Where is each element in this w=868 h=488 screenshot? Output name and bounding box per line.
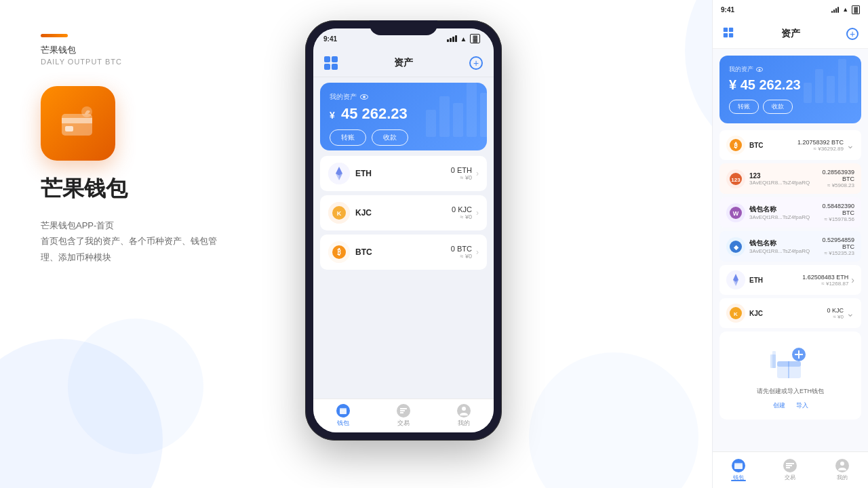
svg-rect-53: [772, 351, 776, 368]
phone-bottom-tabs: 钱包 交易: [313, 399, 494, 432]
right-tab-profile-label: 我的: [837, 474, 848, 481]
brand-line: [41, 34, 68, 37]
tab-profile-label: 我的: [458, 419, 470, 428]
right-kjc-expand-icon[interactable]: ⌄: [846, 308, 854, 319]
phone-status-time: 9:41: [323, 35, 337, 43]
tab-transactions[interactable]: 交易: [397, 404, 410, 428]
right-kjc-icon: K: [726, 304, 745, 323]
right-123-cny: ≈ ¥5908.23: [810, 182, 854, 188]
right-wallet2-left: ◆ 钱包名称 3AvEQt1R8...TsZ4fpaRQ: [726, 237, 810, 256]
right-kjc-left: K KJC: [726, 304, 763, 323]
coin-eth-right: 0 ETH ≈ ¥0 ›: [451, 166, 479, 181]
grid-icon[interactable]: [324, 56, 338, 70]
right-tab-wallet[interactable]: 钱包: [732, 459, 745, 481]
eth-coin-icon: [328, 163, 350, 184]
right-yen-sign: ¥: [729, 77, 736, 92]
svg-rect-15: [340, 409, 347, 414]
right-battery-icon: ▓: [852, 5, 860, 14]
eth-arrow-icon: ›: [476, 169, 479, 178]
tab-profile[interactable]: 我的: [457, 404, 471, 428]
right-123-info: 123 3AvEQt1R8...TsZ4fpaRQ: [749, 172, 810, 186]
receive-button[interactable]: 收款: [372, 129, 408, 146]
right-eth-expand-icon[interactable]: ›: [851, 274, 854, 285]
right-tab-transactions[interactable]: 交易: [783, 459, 797, 481]
tab-wallet[interactable]: 钱包: [336, 404, 350, 428]
right-btc-right: 1.20758392 BTC ≈ ¥36292.89 ⌄: [797, 139, 854, 152]
eth-approx: ≈ ¥0: [451, 174, 472, 181]
coin-item-kjc[interactable]: K KJC 0 KJC ≈ ¥0 ›: [320, 195, 487, 230]
right-coin-wallet2[interactable]: ◆ 钱包名称 3AvEQt1R8...TsZ4fpaRQ 0.52954859 …: [719, 231, 861, 262]
right-coin-123[interactable]: 123 123 3AvEQt1R8...TsZ4fpaRQ 0.28563939…: [719, 163, 861, 194]
right-coin-eth[interactable]: ETH 1.62508483 ETH ≈ ¥1268.87 ›: [719, 265, 861, 295]
right-wallet2-name: 钱包名称: [749, 239, 810, 248]
right-wallet1-icon: W: [726, 203, 745, 222]
coin-btc-left: ₿ BTC: [328, 241, 372, 263]
right-tab-transactions-label: 交易: [785, 474, 795, 481]
phone-nav-title: 资产: [394, 57, 413, 69]
kjc-arrow-icon: ›: [476, 208, 479, 218]
svg-text:K: K: [734, 311, 738, 317]
right-eye-icon[interactable]: [756, 67, 763, 72]
right-btc-name: BTC: [749, 142, 764, 149]
right-kjc-amounts: 0 KJC ≈ ¥0: [827, 307, 844, 320]
add-coin-button[interactable]: +: [469, 56, 483, 70]
coin-item-eth[interactable]: ETH 0 ETH ≈ ¥0 ›: [320, 156, 487, 191]
right-kjc-name: KJC: [749, 310, 763, 317]
yen-sign: ¥: [330, 110, 335, 121]
svg-text:W: W: [733, 210, 739, 217]
coin-item-btc[interactable]: ₿ BTC 0 BTC ≈ ¥0 ›: [320, 235, 487, 270]
right-coin-kjc[interactable]: K KJC 0 KJC ≈ ¥0 ⌄: [719, 298, 861, 328]
right-kjc-cny: ≈ ¥0: [827, 314, 844, 320]
phone-nav: 资产 +: [313, 49, 494, 77]
phone-assets-card: 我的资产 ¥ 45 262.23 转账 收款: [320, 83, 487, 150]
phone-status-icons: ▲ ▓: [447, 34, 480, 43]
right-receive-button[interactable]: 收款: [763, 100, 793, 114]
kjc-amounts: 0 KJC ≈ ¥0: [452, 205, 472, 220]
right-123-right: 0.28563939 BTC ≈ ¥5908.23: [810, 169, 854, 188]
eth-create-link[interactable]: 创建: [773, 401, 785, 410]
right-wallet1-name: 钱包名称: [749, 205, 810, 214]
right-coin-btc[interactable]: ₿ BTC 1.20758392 BTC ≈ ¥36292.89 ⌄: [719, 130, 861, 160]
right-transfer-button[interactable]: 转账: [729, 100, 759, 114]
right-btc-left: ₿ BTC: [726, 136, 764, 155]
app-desc-line2: 首页包含了我的资产、各个币种资产、钱包管: [41, 236, 217, 246]
eth-import-link[interactable]: 导入: [796, 401, 808, 410]
right-coin-list: ₿ BTC 1.20758392 BTC ≈ ¥36292.89 ⌄: [713, 130, 868, 328]
right-eth-info: ETH: [749, 277, 763, 284]
svg-rect-56: [734, 463, 743, 465]
svg-text:₿: ₿: [337, 248, 341, 256]
right-tab-profile[interactable]: 我的: [835, 459, 849, 481]
eye-icon[interactable]: [360, 94, 368, 100]
right-eth-amounts: 1.62508483 ETH ≈ ¥1268.87: [802, 274, 848, 287]
right-123-icon: 123: [726, 169, 745, 188]
right-wallet1-addr: 3AvEQt1R8...TsZ4fpaRQ: [749, 214, 810, 220]
eth-amounts: 0 ETH ≈ ¥0: [451, 166, 472, 181]
right-assets-buttons: 转账 收款: [729, 100, 852, 114]
right-tab-wallet-indicator: [731, 480, 746, 481]
right-nav-title: 资产: [781, 28, 800, 40]
btc-coin-icon: ₿: [328, 241, 350, 263]
right-btc-cny: ≈ ¥36292.89: [797, 146, 844, 152]
right-eth-name: ETH: [749, 277, 763, 284]
app-icon-wrapper: [41, 86, 298, 161]
svg-text:₿: ₿: [734, 142, 738, 149]
transfer-button[interactable]: 转账: [330, 129, 366, 146]
right-coin-wallet1[interactable]: W 钱包名称 3AvEQt1R8...TsZ4fpaRQ 0.58482390 …: [719, 197, 861, 228]
right-btc-expand-icon[interactable]: ⌄: [846, 140, 854, 150]
right-wallet1-left: W 钱包名称 3AvEQt1R8...TsZ4fpaRQ: [726, 203, 810, 222]
kjc-coin-name: KJC: [355, 208, 372, 218]
brand-name-small: 芒果钱包: [41, 44, 298, 56]
coin-kjc-right: 0 KJC ≈ ¥0 ›: [452, 205, 479, 220]
btc-coin-name: BTC: [355, 247, 372, 257]
eth-prompt-links: 创建 导入: [729, 401, 852, 410]
right-status-time: 9:41: [721, 6, 734, 14]
right-123-name: 123: [749, 172, 810, 180]
right-btc-amounts: 1.20758392 BTC ≈ ¥36292.89: [797, 139, 844, 152]
right-add-button[interactable]: +: [846, 28, 859, 40]
assets-label: 我的资产: [330, 92, 357, 102]
assets-buttons: 转账 收款: [330, 129, 477, 146]
right-assets-value: 45 262.23: [741, 77, 801, 92]
coin-btc-right: 0 BTC ≈ ¥0 ›: [451, 245, 479, 260]
right-grid-icon[interactable]: [722, 26, 734, 41]
btc-balance: 0 BTC: [451, 245, 472, 253]
